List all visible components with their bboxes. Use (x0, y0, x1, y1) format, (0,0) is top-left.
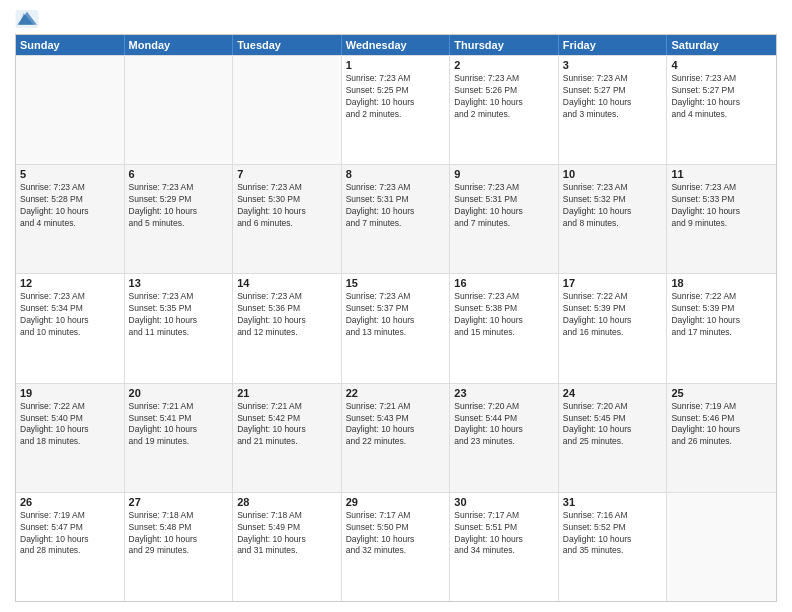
day-number: 15 (346, 277, 446, 289)
calendar-row: 26Sunrise: 7:19 AM Sunset: 5:47 PM Dayli… (16, 492, 776, 601)
calendar-day-cell: 28Sunrise: 7:18 AM Sunset: 5:49 PM Dayli… (233, 493, 342, 601)
day-number: 20 (129, 387, 229, 399)
day-number: 31 (563, 496, 663, 508)
calendar-empty-cell (125, 56, 234, 164)
calendar-day-cell: 15Sunrise: 7:23 AM Sunset: 5:37 PM Dayli… (342, 274, 451, 382)
day-info: Sunrise: 7:21 AM Sunset: 5:41 PM Dayligh… (129, 401, 229, 449)
day-info: Sunrise: 7:23 AM Sunset: 5:37 PM Dayligh… (346, 291, 446, 339)
day-number: 5 (20, 168, 120, 180)
day-number: 1 (346, 59, 446, 71)
calendar-header-cell: Saturday (667, 35, 776, 55)
page: SundayMondayTuesdayWednesdayThursdayFrid… (0, 0, 792, 612)
day-info: Sunrise: 7:23 AM Sunset: 5:36 PM Dayligh… (237, 291, 337, 339)
day-number: 30 (454, 496, 554, 508)
day-info: Sunrise: 7:17 AM Sunset: 5:51 PM Dayligh… (454, 510, 554, 558)
day-info: Sunrise: 7:23 AM Sunset: 5:38 PM Dayligh… (454, 291, 554, 339)
day-number: 17 (563, 277, 663, 289)
calendar-day-cell: 21Sunrise: 7:21 AM Sunset: 5:42 PM Dayli… (233, 384, 342, 492)
day-number: 2 (454, 59, 554, 71)
calendar-day-cell: 23Sunrise: 7:20 AM Sunset: 5:44 PM Dayli… (450, 384, 559, 492)
day-number: 28 (237, 496, 337, 508)
day-info: Sunrise: 7:17 AM Sunset: 5:50 PM Dayligh… (346, 510, 446, 558)
day-number: 6 (129, 168, 229, 180)
day-info: Sunrise: 7:19 AM Sunset: 5:46 PM Dayligh… (671, 401, 772, 449)
day-info: Sunrise: 7:18 AM Sunset: 5:49 PM Dayligh… (237, 510, 337, 558)
day-number: 16 (454, 277, 554, 289)
day-info: Sunrise: 7:20 AM Sunset: 5:45 PM Dayligh… (563, 401, 663, 449)
day-number: 4 (671, 59, 772, 71)
day-info: Sunrise: 7:22 AM Sunset: 5:39 PM Dayligh… (563, 291, 663, 339)
calendar-day-cell: 25Sunrise: 7:19 AM Sunset: 5:46 PM Dayli… (667, 384, 776, 492)
day-number: 10 (563, 168, 663, 180)
day-number: 14 (237, 277, 337, 289)
calendar-day-cell: 22Sunrise: 7:21 AM Sunset: 5:43 PM Dayli… (342, 384, 451, 492)
calendar-day-cell: 13Sunrise: 7:23 AM Sunset: 5:35 PM Dayli… (125, 274, 234, 382)
calendar-empty-cell (667, 493, 776, 601)
day-info: Sunrise: 7:23 AM Sunset: 5:29 PM Dayligh… (129, 182, 229, 230)
day-info: Sunrise: 7:23 AM Sunset: 5:32 PM Dayligh… (563, 182, 663, 230)
day-info: Sunrise: 7:16 AM Sunset: 5:52 PM Dayligh… (563, 510, 663, 558)
calendar-empty-cell (233, 56, 342, 164)
calendar-day-cell: 5Sunrise: 7:23 AM Sunset: 5:28 PM Daylig… (16, 165, 125, 273)
day-info: Sunrise: 7:21 AM Sunset: 5:42 PM Dayligh… (237, 401, 337, 449)
calendar-row: 1Sunrise: 7:23 AM Sunset: 5:25 PM Daylig… (16, 55, 776, 164)
calendar-row: 19Sunrise: 7:22 AM Sunset: 5:40 PM Dayli… (16, 383, 776, 492)
logo-icon (15, 10, 39, 28)
calendar-day-cell: 17Sunrise: 7:22 AM Sunset: 5:39 PM Dayli… (559, 274, 668, 382)
day-number: 29 (346, 496, 446, 508)
calendar-day-cell: 14Sunrise: 7:23 AM Sunset: 5:36 PM Dayli… (233, 274, 342, 382)
day-info: Sunrise: 7:23 AM Sunset: 5:25 PM Dayligh… (346, 73, 446, 121)
day-number: 22 (346, 387, 446, 399)
calendar-day-cell: 20Sunrise: 7:21 AM Sunset: 5:41 PM Dayli… (125, 384, 234, 492)
day-info: Sunrise: 7:23 AM Sunset: 5:27 PM Dayligh… (671, 73, 772, 121)
day-number: 8 (346, 168, 446, 180)
day-info: Sunrise: 7:20 AM Sunset: 5:44 PM Dayligh… (454, 401, 554, 449)
day-info: Sunrise: 7:19 AM Sunset: 5:47 PM Dayligh… (20, 510, 120, 558)
calendar: SundayMondayTuesdayWednesdayThursdayFrid… (15, 34, 777, 602)
day-number: 11 (671, 168, 772, 180)
day-info: Sunrise: 7:23 AM Sunset: 5:28 PM Dayligh… (20, 182, 120, 230)
calendar-day-cell: 26Sunrise: 7:19 AM Sunset: 5:47 PM Dayli… (16, 493, 125, 601)
day-number: 26 (20, 496, 120, 508)
day-info: Sunrise: 7:23 AM Sunset: 5:33 PM Dayligh… (671, 182, 772, 230)
calendar-day-cell: 11Sunrise: 7:23 AM Sunset: 5:33 PM Dayli… (667, 165, 776, 273)
calendar-day-cell: 29Sunrise: 7:17 AM Sunset: 5:50 PM Dayli… (342, 493, 451, 601)
calendar-day-cell: 27Sunrise: 7:18 AM Sunset: 5:48 PM Dayli… (125, 493, 234, 601)
day-info: Sunrise: 7:23 AM Sunset: 5:31 PM Dayligh… (346, 182, 446, 230)
calendar-day-cell: 16Sunrise: 7:23 AM Sunset: 5:38 PM Dayli… (450, 274, 559, 382)
day-number: 3 (563, 59, 663, 71)
calendar-row: 12Sunrise: 7:23 AM Sunset: 5:34 PM Dayli… (16, 273, 776, 382)
calendar-header-cell: Tuesday (233, 35, 342, 55)
calendar-day-cell: 24Sunrise: 7:20 AM Sunset: 5:45 PM Dayli… (559, 384, 668, 492)
calendar-day-cell: 2Sunrise: 7:23 AM Sunset: 5:26 PM Daylig… (450, 56, 559, 164)
day-info: Sunrise: 7:23 AM Sunset: 5:30 PM Dayligh… (237, 182, 337, 230)
calendar-body: 1Sunrise: 7:23 AM Sunset: 5:25 PM Daylig… (16, 55, 776, 601)
day-info: Sunrise: 7:23 AM Sunset: 5:35 PM Dayligh… (129, 291, 229, 339)
day-number: 23 (454, 387, 554, 399)
calendar-day-cell: 12Sunrise: 7:23 AM Sunset: 5:34 PM Dayli… (16, 274, 125, 382)
calendar-header-cell: Sunday (16, 35, 125, 55)
calendar-day-cell: 3Sunrise: 7:23 AM Sunset: 5:27 PM Daylig… (559, 56, 668, 164)
day-info: Sunrise: 7:22 AM Sunset: 5:39 PM Dayligh… (671, 291, 772, 339)
day-number: 24 (563, 387, 663, 399)
calendar-day-cell: 7Sunrise: 7:23 AM Sunset: 5:30 PM Daylig… (233, 165, 342, 273)
calendar-day-cell: 18Sunrise: 7:22 AM Sunset: 5:39 PM Dayli… (667, 274, 776, 382)
calendar-day-cell: 10Sunrise: 7:23 AM Sunset: 5:32 PM Dayli… (559, 165, 668, 273)
calendar-header-cell: Wednesday (342, 35, 451, 55)
day-info: Sunrise: 7:23 AM Sunset: 5:26 PM Dayligh… (454, 73, 554, 121)
day-number: 9 (454, 168, 554, 180)
day-number: 19 (20, 387, 120, 399)
calendar-day-cell: 8Sunrise: 7:23 AM Sunset: 5:31 PM Daylig… (342, 165, 451, 273)
calendar-day-cell: 9Sunrise: 7:23 AM Sunset: 5:31 PM Daylig… (450, 165, 559, 273)
calendar-day-cell: 4Sunrise: 7:23 AM Sunset: 5:27 PM Daylig… (667, 56, 776, 164)
calendar-row: 5Sunrise: 7:23 AM Sunset: 5:28 PM Daylig… (16, 164, 776, 273)
calendar-day-cell: 31Sunrise: 7:16 AM Sunset: 5:52 PM Dayli… (559, 493, 668, 601)
calendar-empty-cell (16, 56, 125, 164)
calendar-day-cell: 30Sunrise: 7:17 AM Sunset: 5:51 PM Dayli… (450, 493, 559, 601)
header (15, 10, 777, 28)
calendar-day-cell: 19Sunrise: 7:22 AM Sunset: 5:40 PM Dayli… (16, 384, 125, 492)
day-number: 21 (237, 387, 337, 399)
day-number: 12 (20, 277, 120, 289)
calendar-header-row: SundayMondayTuesdayWednesdayThursdayFrid… (16, 35, 776, 55)
calendar-header-cell: Monday (125, 35, 234, 55)
